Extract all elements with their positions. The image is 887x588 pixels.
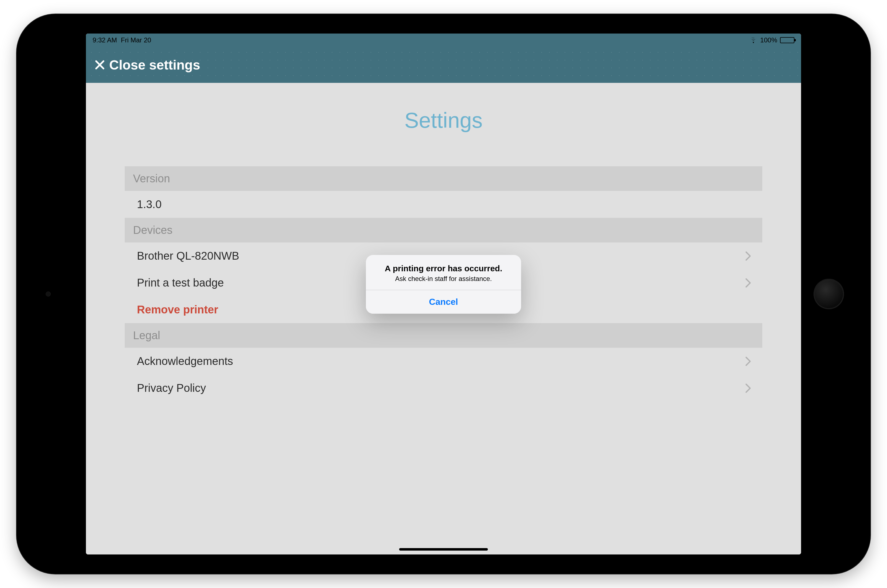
status-date: Fri Mar 20 [121, 36, 151, 44]
close-settings-label: Close settings [109, 57, 200, 73]
version-row: 1.3.0 [125, 191, 762, 218]
alert-message: Ask check-in staff for assistance. [374, 275, 513, 283]
privacy-policy-label: Privacy Policy [137, 382, 206, 394]
section-header-legal: Legal [125, 323, 762, 348]
chevron-right-icon [745, 383, 751, 393]
nav-bar: Close settings [86, 47, 801, 83]
status-time: 9:32 AM [93, 36, 117, 44]
content: Settings Version 1.3.0 Devices Brother Q… [86, 83, 801, 555]
section-header-version: Version [125, 166, 762, 191]
wifi-icon [749, 37, 758, 43]
status-bar: 9:32 AM Fri Mar 20 100% [86, 33, 801, 47]
close-icon [94, 59, 105, 70]
battery-icon [780, 37, 794, 43]
chevron-right-icon [745, 251, 751, 261]
close-settings-button[interactable]: Close settings [94, 57, 200, 73]
print-test-badge-label: Print a test badge [137, 276, 224, 289]
alert-title: A printing error has occurred. [374, 264, 513, 273]
page-title: Settings [125, 108, 762, 133]
acknowledgements-row[interactable]: Acknowledgements [125, 348, 762, 375]
screen: 9:32 AM Fri Mar 20 100% Close settings [86, 33, 801, 555]
ipad-frame: 9:32 AM Fri Mar 20 100% Close settings [17, 14, 870, 574]
acknowledgements-label: Acknowledgements [137, 355, 233, 368]
printer-name: Brother QL-820NWB [137, 250, 239, 262]
front-camera [46, 291, 51, 297]
chevron-right-icon [745, 356, 751, 366]
section-header-devices: Devices [125, 218, 762, 243]
alert-dialog: A printing error has occurred. Ask check… [366, 255, 521, 314]
status-battery-pct: 100% [760, 36, 777, 44]
version-value: 1.3.0 [137, 198, 162, 211]
home-indicator[interactable] [399, 548, 488, 550]
chevron-right-icon [745, 278, 751, 288]
remove-printer-label: Remove printer [137, 303, 218, 316]
home-button[interactable] [813, 279, 844, 309]
alert-cancel-button[interactable]: Cancel [366, 290, 521, 314]
privacy-policy-row[interactable]: Privacy Policy [125, 375, 762, 402]
